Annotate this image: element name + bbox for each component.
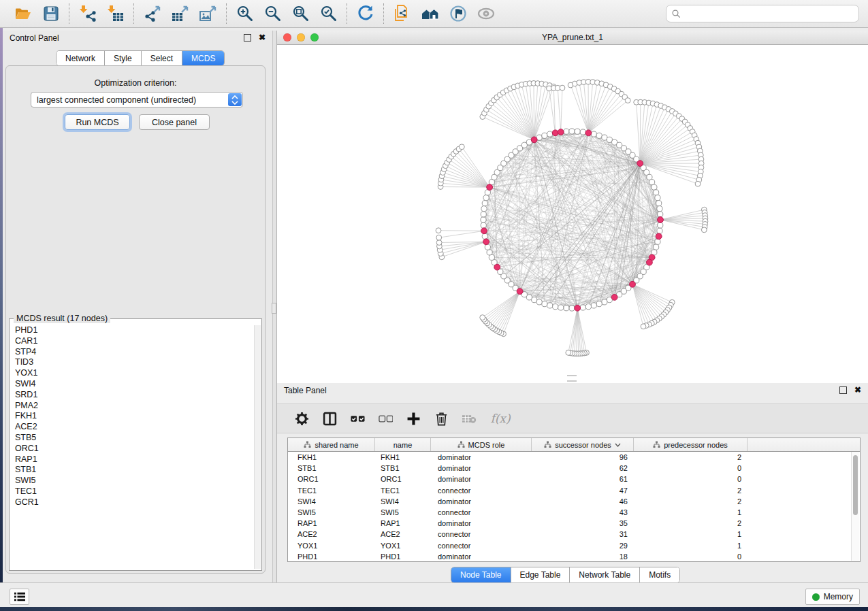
graph-node[interactable] xyxy=(658,212,663,217)
network-canvas[interactable] xyxy=(277,45,868,383)
table-row[interactable]: ACE2ACE2connector311 xyxy=(288,529,860,540)
optimization-criterion-select[interactable]: largest connected component (undirected) xyxy=(31,92,243,108)
tab-motifs[interactable]: Motifs xyxy=(640,567,679,582)
graph-node[interactable] xyxy=(657,206,662,212)
delete-table-icon[interactable] xyxy=(461,410,477,427)
table-settings-icon[interactable] xyxy=(293,410,310,427)
graph-node[interactable] xyxy=(596,133,602,138)
tab-edge-table[interactable]: Edge Table xyxy=(511,567,570,582)
graph-node[interactable] xyxy=(656,201,662,206)
tab-mcds[interactable]: MCDS xyxy=(182,51,224,65)
graph-node[interactable] xyxy=(459,144,464,150)
graph-node[interactable] xyxy=(482,201,487,206)
graph-node[interactable] xyxy=(591,303,596,308)
graph-node[interactable] xyxy=(657,228,662,233)
search-input[interactable] xyxy=(681,6,858,21)
graph-node-mcds[interactable] xyxy=(637,161,643,167)
table-row[interactable]: SWI4SWI4dominator462 xyxy=(288,496,860,507)
graph-node[interactable] xyxy=(481,222,486,228)
graph-node[interactable] xyxy=(536,299,542,305)
graph-node-mcds[interactable] xyxy=(611,295,617,301)
graph-node[interactable] xyxy=(566,350,571,355)
graph-node[interactable] xyxy=(641,324,646,329)
graph-node[interactable] xyxy=(542,133,547,138)
graph-node[interactable] xyxy=(564,129,569,134)
flag-icon[interactable] xyxy=(449,4,468,23)
mcds-result-item[interactable]: STP4 xyxy=(15,347,254,358)
first-neighbors-icon[interactable] xyxy=(421,4,440,23)
graph-node[interactable] xyxy=(560,85,565,90)
close-panel-icon[interactable]: ✖ xyxy=(259,33,266,42)
graph-node[interactable] xyxy=(558,305,564,310)
show-hidden-eye-icon[interactable] xyxy=(477,4,496,23)
graph-node[interactable] xyxy=(654,244,659,250)
network-window-titlebar[interactable]: YPA_prune.txt_1 xyxy=(277,31,868,45)
mcds-result-scrollbar[interactable] xyxy=(254,325,261,569)
graph-node[interactable] xyxy=(569,129,575,134)
graph-node[interactable] xyxy=(436,235,442,240)
graph-node[interactable] xyxy=(591,131,596,137)
close-panel-button[interactable]: Close panel xyxy=(139,114,210,130)
graph-node[interactable] xyxy=(547,303,553,308)
mcds-result-item[interactable]: YOX1 xyxy=(15,368,254,379)
graph-node[interactable] xyxy=(481,212,486,217)
graph-node[interactable] xyxy=(485,244,490,250)
graph-node[interactable] xyxy=(482,233,487,239)
mcds-result-item[interactable]: STB1 xyxy=(15,465,254,476)
table-row[interactable]: TEC1TEC1connector472 xyxy=(288,485,860,496)
tab-style[interactable]: Style xyxy=(105,51,142,65)
graph-node[interactable] xyxy=(483,195,489,201)
graph-node-mcds[interactable] xyxy=(487,184,493,191)
zoom-fit-icon[interactable] xyxy=(291,4,310,23)
table-row[interactable]: YOX1YOX1connector291 xyxy=(288,540,860,551)
tab-node-table[interactable]: Node Table xyxy=(451,567,511,582)
graph-node[interactable] xyxy=(436,228,441,233)
graph-node[interactable] xyxy=(489,254,494,260)
graph-node[interactable] xyxy=(695,181,701,186)
graph-node-mcds[interactable] xyxy=(585,130,592,136)
splitter-grip[interactable] xyxy=(272,303,276,314)
column-header-MCDS-role[interactable]: MCDS role xyxy=(431,438,532,451)
graph-node-mcds[interactable] xyxy=(552,130,558,136)
graph-node[interactable] xyxy=(547,131,553,137)
canvas-divider-grip[interactable] xyxy=(567,375,577,382)
tab-network-table[interactable]: Network Table xyxy=(570,567,640,582)
mcds-result-item[interactable]: SWI4 xyxy=(15,379,254,390)
graph-node[interactable] xyxy=(487,250,492,255)
task-history-button[interactable] xyxy=(10,589,29,605)
import-table-icon[interactable] xyxy=(106,4,125,23)
network-graph[interactable] xyxy=(277,45,867,383)
tab-select[interactable]: Select xyxy=(142,51,182,65)
graph-node-mcds[interactable] xyxy=(531,137,537,143)
table-row[interactable]: SWI5SWI5connector431 xyxy=(288,507,860,518)
table-row[interactable]: STB1STB1dominator620 xyxy=(288,463,860,474)
mcds-result-item[interactable]: GCR1 xyxy=(15,497,254,508)
graph-node[interactable] xyxy=(553,304,558,310)
zoom-in-icon[interactable] xyxy=(236,4,255,23)
table-scrollbar-thumb[interactable] xyxy=(853,455,858,515)
add-column-icon[interactable] xyxy=(405,410,421,427)
mcds-result-item[interactable]: SWI5 xyxy=(15,476,254,486)
mcds-result-item[interactable]: PMA2 xyxy=(15,401,254,412)
mcds-result-item[interactable]: PHD1 xyxy=(15,325,254,336)
tab-network[interactable]: Network xyxy=(57,51,105,65)
graph-node[interactable] xyxy=(701,227,707,233)
zoom-selected-icon[interactable] xyxy=(319,4,338,23)
mcds-result-item[interactable]: FKH1 xyxy=(15,411,254,422)
column-header-successor-nodes[interactable]: successor nodes xyxy=(532,438,634,451)
graph-node-mcds[interactable] xyxy=(494,264,500,270)
graph-node[interactable] xyxy=(654,190,659,195)
graph-node[interactable] xyxy=(575,129,580,134)
mcds-result-list[interactable]: PHD1CAR1STP4TID3YOX1SWI4SRD1PMA2FKH1ACE2… xyxy=(11,325,254,569)
graph-node[interactable] xyxy=(655,239,660,244)
export-network-icon[interactable] xyxy=(143,4,162,23)
graph-node[interactable] xyxy=(658,222,663,228)
delete-column-icon[interactable] xyxy=(433,410,449,427)
column-header-shared-name[interactable]: shared name xyxy=(288,438,375,451)
show-columns-icon[interactable] xyxy=(321,410,338,427)
close-window-icon[interactable] xyxy=(283,33,291,42)
clone-network-icon[interactable] xyxy=(393,4,412,23)
graph-node[interactable] xyxy=(585,304,591,310)
graph-node-mcds[interactable] xyxy=(483,239,489,245)
column-header-predecessor-nodes[interactable]: predecessor nodes xyxy=(634,438,748,451)
